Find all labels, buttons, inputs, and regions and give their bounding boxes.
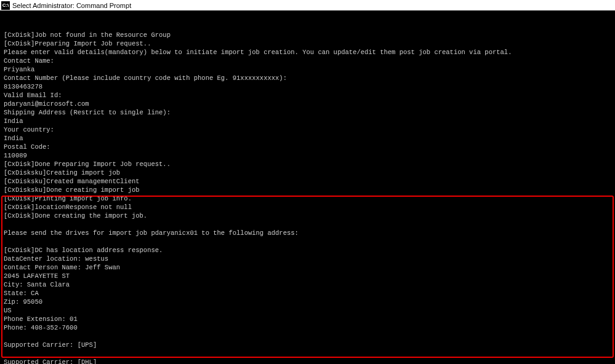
- terminal-line: 110089: [4, 151, 611, 160]
- terminal-line: India: [4, 134, 611, 143]
- terminal-line: India: [4, 117, 611, 125]
- terminal-line: [4, 237, 611, 246]
- terminal-line: Phone Extension: 01: [4, 315, 611, 323]
- terminal-line: Supported Carrier: [DHL]: [4, 358, 611, 364]
- terminal-line: [4, 332, 611, 341]
- terminal-line: [CxDisksku]Creating import job: [4, 168, 611, 177]
- terminal-lines: [CxDisk]Job not found in the Resource Gr…: [4, 31, 611, 364]
- terminal-output[interactable]: [CxDisk]Job not found in the Resource Gr…: [0, 11, 615, 364]
- terminal-line: [CxDisk]Job not found in the Resource Gr…: [4, 31, 611, 39]
- terminal-line: Shipping Address (Restrict to single lin…: [4, 108, 611, 117]
- terminal-line: City: Santa Clara: [4, 280, 611, 289]
- terminal-line: [CxDisksku]Done creating import job: [4, 186, 611, 194]
- terminal-line: Valid Email Id:: [4, 91, 611, 100]
- window-title: Select Administrator: Command Prompt: [12, 2, 131, 9]
- terminal-line: DataCenter location: westus: [4, 255, 611, 263]
- terminal-line: [CxDisk]Preparing Import Job request..: [4, 39, 611, 48]
- terminal-line: pdaryani@microsoft.com: [4, 100, 611, 108]
- terminal-line: [4, 220, 611, 229]
- terminal-line: [4, 349, 611, 358]
- terminal-line: Zip: 95050: [4, 298, 611, 306]
- terminal-line: Postal Code:: [4, 143, 611, 151]
- terminal-line: Supported Carrier: [UPS]: [4, 341, 611, 349]
- terminal-line: [CxDisk]Printing import job info.: [4, 194, 611, 203]
- terminal-line: 8130463278: [4, 82, 611, 91]
- terminal-line: [CxDisk]Done creating the import job.: [4, 212, 611, 220]
- terminal-line: [CxDisk]locationResponse not null: [4, 203, 611, 212]
- terminal-line: [CxDisk]DC has location address response…: [4, 246, 611, 255]
- terminal-line: US: [4, 306, 611, 315]
- terminal-line: State: CA: [4, 289, 611, 298]
- terminal-line: Your country:: [4, 125, 611, 134]
- terminal-line: Contact Name:: [4, 57, 611, 65]
- cmd-icon: C:\: [1, 1, 10, 10]
- terminal-line: 2045 LAFAYETTE ST: [4, 272, 611, 280]
- terminal-line: [CxDisk]Done Preparing Import Job reques…: [4, 160, 611, 168]
- terminal-line: Please enter valid details(mandatory) be…: [4, 48, 611, 57]
- terminal-line: Priyanka: [4, 65, 611, 74]
- terminal-line: Please send the drives for import job pd…: [4, 229, 611, 237]
- window-titlebar[interactable]: C:\ Select Administrator: Command Prompt: [0, 0, 615, 11]
- terminal-line: Contact Number (Please include country c…: [4, 74, 611, 82]
- terminal-line: Phone: 408-352-7600: [4, 323, 611, 332]
- terminal-line: Contact Person Name: Jeff Swan: [4, 263, 611, 272]
- terminal-line: [CxDisksku]Created managementClient: [4, 177, 611, 186]
